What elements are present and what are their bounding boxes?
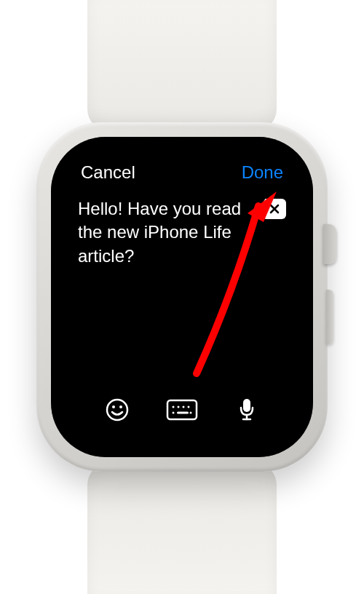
screen: Cancel Done Hello! Have you read the new…	[62, 148, 302, 446]
microphone-button[interactable]	[229, 395, 265, 424]
svg-rect-11	[243, 399, 250, 412]
done-button[interactable]: Done	[242, 162, 283, 183]
svg-rect-3	[167, 400, 197, 419]
microphone-icon	[239, 397, 255, 422]
keyboard-button[interactable]	[164, 395, 200, 424]
digital-crown[interactable]	[323, 224, 336, 264]
message-text: Hello! Have you read the new iPhone Life…	[78, 197, 286, 268]
svg-point-6	[182, 406, 184, 408]
svg-point-2	[119, 405, 122, 408]
svg-point-10	[189, 412, 191, 414]
svg-point-8	[172, 412, 174, 414]
backspace-x-icon	[269, 204, 280, 214]
svg-point-4	[172, 406, 174, 408]
keyboard-icon	[166, 399, 198, 421]
input-toolbar	[78, 395, 286, 432]
header-bar: Cancel Done	[78, 162, 286, 183]
watch-band-bottom	[87, 463, 277, 594]
screen-bezel: Cancel Done Hello! Have you read the new…	[51, 137, 313, 457]
cancel-button[interactable]: Cancel	[81, 162, 135, 183]
emoji-button[interactable]	[99, 395, 135, 424]
svg-point-1	[112, 405, 115, 408]
svg-point-7	[187, 406, 189, 408]
watch-case: Cancel Done Hello! Have you read the new…	[36, 122, 328, 472]
emoji-icon	[106, 398, 129, 421]
svg-rect-9	[177, 412, 189, 414]
svg-point-0	[107, 400, 127, 420]
message-area[interactable]: Hello! Have you read the new iPhone Life…	[78, 197, 286, 395]
side-button[interactable]	[326, 290, 333, 344]
watch-band-top	[87, 0, 277, 131]
svg-point-5	[177, 406, 179, 408]
